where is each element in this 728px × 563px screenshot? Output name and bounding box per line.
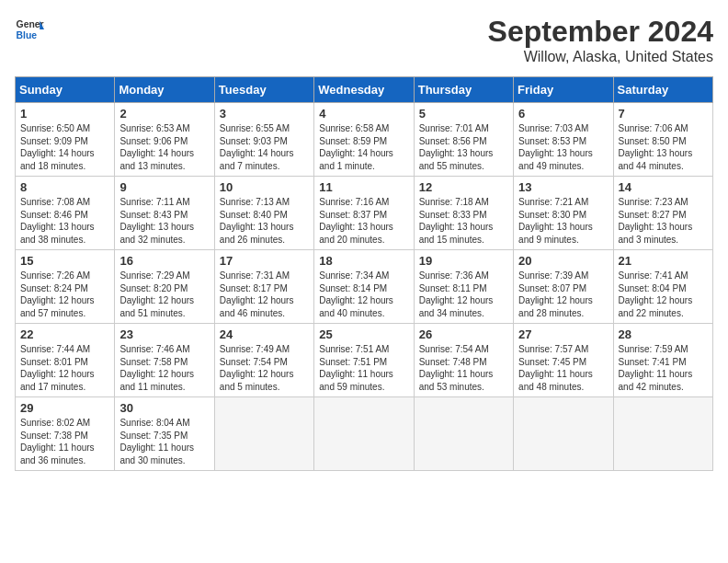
day-info: Sunrise: 7:51 AM Sunset: 7:51 PM Dayligh… xyxy=(319,343,408,393)
day-number: 14 xyxy=(619,180,708,194)
day-number: 24 xyxy=(220,327,309,341)
calendar-cell: 3Sunrise: 6:55 AM Sunset: 9:03 PM Daylig… xyxy=(214,103,313,177)
calendar-cell: 17Sunrise: 7:31 AM Sunset: 8:17 PM Dayli… xyxy=(214,250,313,324)
calendar-cell: 4Sunrise: 6:58 AM Sunset: 8:59 PM Daylig… xyxy=(314,103,414,177)
calendar-cell: 5Sunrise: 7:01 AM Sunset: 8:56 PM Daylig… xyxy=(414,103,513,177)
day-info: Sunrise: 7:39 AM Sunset: 8:07 PM Dayligh… xyxy=(518,270,608,319)
calendar-cell xyxy=(314,397,414,471)
day-number: 20 xyxy=(518,254,608,268)
calendar-cell: 25Sunrise: 7:51 AM Sunset: 7:51 PM Dayli… xyxy=(314,324,414,397)
day-number: 18 xyxy=(319,254,408,268)
day-info: Sunrise: 7:26 AM Sunset: 8:24 PM Dayligh… xyxy=(20,270,109,319)
column-header-friday: Friday xyxy=(514,77,613,103)
calendar-cell xyxy=(414,397,513,471)
day-number: 1 xyxy=(20,107,109,121)
day-number: 7 xyxy=(619,107,708,121)
day-info: Sunrise: 7:03 AM Sunset: 8:53 PM Dayligh… xyxy=(518,122,608,172)
day-number: 5 xyxy=(419,107,508,121)
day-info: Sunrise: 7:59 AM Sunset: 7:41 PM Dayligh… xyxy=(619,343,708,393)
page-subtitle: Willow, Alaska, United States xyxy=(488,49,713,65)
day-number: 19 xyxy=(419,254,508,268)
day-info: Sunrise: 8:04 AM Sunset: 7:35 PM Dayligh… xyxy=(119,417,209,466)
day-info: Sunrise: 7:44 AM Sunset: 8:01 PM Dayligh… xyxy=(20,343,109,393)
day-info: Sunrise: 7:57 AM Sunset: 7:45 PM Dayligh… xyxy=(518,343,608,393)
day-number: 23 xyxy=(119,327,209,341)
day-number: 9 xyxy=(119,180,209,194)
day-number: 12 xyxy=(419,180,508,194)
day-info: Sunrise: 7:11 AM Sunset: 8:43 PM Dayligh… xyxy=(119,196,209,246)
day-info: Sunrise: 7:13 AM Sunset: 8:40 PM Dayligh… xyxy=(220,196,309,246)
calendar-header-row: SundayMondayTuesdayWednesdayThursdayFrid… xyxy=(16,77,713,103)
calendar-cell: 26Sunrise: 7:54 AM Sunset: 7:48 PM Dayli… xyxy=(414,324,513,397)
column-header-sunday: Sunday xyxy=(16,77,115,103)
calendar-cell: 28Sunrise: 7:59 AM Sunset: 7:41 PM Dayli… xyxy=(613,324,712,397)
calendar-cell: 21Sunrise: 7:41 AM Sunset: 8:04 PM Dayli… xyxy=(613,250,712,324)
column-header-tuesday: Tuesday xyxy=(214,77,313,103)
calendar-week-row: 29Sunrise: 8:02 AM Sunset: 7:38 PM Dayli… xyxy=(16,397,713,471)
day-info: Sunrise: 7:08 AM Sunset: 8:46 PM Dayligh… xyxy=(20,196,109,246)
column-header-saturday: Saturday xyxy=(613,77,712,103)
calendar-week-row: 15Sunrise: 7:26 AM Sunset: 8:24 PM Dayli… xyxy=(16,250,713,324)
calendar-cell: 14Sunrise: 7:23 AM Sunset: 8:27 PM Dayli… xyxy=(613,177,712,250)
day-number: 13 xyxy=(518,180,608,194)
day-number: 4 xyxy=(319,107,408,121)
day-info: Sunrise: 7:46 AM Sunset: 7:58 PM Dayligh… xyxy=(119,343,209,393)
calendar-cell: 19Sunrise: 7:36 AM Sunset: 8:11 PM Dayli… xyxy=(414,250,513,324)
column-header-monday: Monday xyxy=(115,77,214,103)
day-number: 10 xyxy=(220,180,309,194)
logo-icon: General Blue xyxy=(15,15,44,44)
page-title: September 2024 xyxy=(488,15,713,49)
column-header-wednesday: Wednesday xyxy=(314,77,414,103)
day-info: Sunrise: 7:16 AM Sunset: 8:37 PM Dayligh… xyxy=(319,196,408,246)
calendar-cell: 16Sunrise: 7:29 AM Sunset: 8:20 PM Dayli… xyxy=(115,250,214,324)
day-info: Sunrise: 6:53 AM Sunset: 9:06 PM Dayligh… xyxy=(119,122,209,172)
calendar-cell: 29Sunrise: 8:02 AM Sunset: 7:38 PM Dayli… xyxy=(16,397,115,471)
calendar-cell xyxy=(613,397,712,471)
calendar-cell: 13Sunrise: 7:21 AM Sunset: 8:30 PM Dayli… xyxy=(514,177,613,250)
day-info: Sunrise: 6:55 AM Sunset: 9:03 PM Dayligh… xyxy=(220,122,309,172)
day-number: 11 xyxy=(319,180,408,194)
day-number: 16 xyxy=(119,254,209,268)
calendar-cell: 12Sunrise: 7:18 AM Sunset: 8:33 PM Dayli… xyxy=(414,177,513,250)
day-info: Sunrise: 7:01 AM Sunset: 8:56 PM Dayligh… xyxy=(419,122,508,172)
day-number: 30 xyxy=(119,401,209,415)
calendar-week-row: 22Sunrise: 7:44 AM Sunset: 8:01 PM Dayli… xyxy=(16,324,713,397)
day-number: 15 xyxy=(20,254,109,268)
calendar-cell xyxy=(214,397,313,471)
day-info: Sunrise: 7:54 AM Sunset: 7:48 PM Dayligh… xyxy=(419,343,508,393)
calendar-cell: 30Sunrise: 8:04 AM Sunset: 7:35 PM Dayli… xyxy=(115,397,214,471)
day-info: Sunrise: 7:21 AM Sunset: 8:30 PM Dayligh… xyxy=(518,196,608,246)
calendar-cell: 18Sunrise: 7:34 AM Sunset: 8:14 PM Dayli… xyxy=(314,250,414,324)
calendar-cell: 10Sunrise: 7:13 AM Sunset: 8:40 PM Dayli… xyxy=(214,177,313,250)
day-number: 3 xyxy=(220,107,309,121)
calendar-cell: 1Sunrise: 6:50 AM Sunset: 9:09 PM Daylig… xyxy=(16,103,115,177)
day-number: 28 xyxy=(619,327,708,341)
calendar-cell: 24Sunrise: 7:49 AM Sunset: 7:54 PM Dayli… xyxy=(214,324,313,397)
calendar-cell: 7Sunrise: 7:06 AM Sunset: 8:50 PM Daylig… xyxy=(613,103,712,177)
page-header: General Blue September 2024 Willow, Alas… xyxy=(15,15,713,65)
day-info: Sunrise: 7:36 AM Sunset: 8:11 PM Dayligh… xyxy=(419,270,508,319)
day-number: 26 xyxy=(419,327,508,341)
svg-text:Blue: Blue xyxy=(17,30,38,40)
calendar-cell: 23Sunrise: 7:46 AM Sunset: 7:58 PM Dayli… xyxy=(115,324,214,397)
calendar-week-row: 1Sunrise: 6:50 AM Sunset: 9:09 PM Daylig… xyxy=(16,103,713,177)
calendar-cell: 27Sunrise: 7:57 AM Sunset: 7:45 PM Dayli… xyxy=(514,324,613,397)
day-number: 21 xyxy=(619,254,708,268)
day-number: 25 xyxy=(319,327,408,341)
day-info: Sunrise: 7:18 AM Sunset: 8:33 PM Dayligh… xyxy=(419,196,508,246)
calendar-cell: 9Sunrise: 7:11 AM Sunset: 8:43 PM Daylig… xyxy=(115,177,214,250)
day-number: 22 xyxy=(20,327,109,341)
calendar-week-row: 8Sunrise: 7:08 AM Sunset: 8:46 PM Daylig… xyxy=(16,177,713,250)
day-number: 29 xyxy=(20,401,109,415)
day-info: Sunrise: 7:49 AM Sunset: 7:54 PM Dayligh… xyxy=(220,343,309,393)
day-info: Sunrise: 7:06 AM Sunset: 8:50 PM Dayligh… xyxy=(619,122,708,172)
logo: General Blue xyxy=(15,15,44,44)
calendar-cell: 15Sunrise: 7:26 AM Sunset: 8:24 PM Dayli… xyxy=(16,250,115,324)
day-info: Sunrise: 7:31 AM Sunset: 8:17 PM Dayligh… xyxy=(220,270,309,319)
day-info: Sunrise: 8:02 AM Sunset: 7:38 PM Dayligh… xyxy=(20,417,109,466)
day-info: Sunrise: 6:50 AM Sunset: 9:09 PM Dayligh… xyxy=(20,122,109,172)
day-number: 6 xyxy=(518,107,608,121)
day-info: Sunrise: 7:29 AM Sunset: 8:20 PM Dayligh… xyxy=(119,270,209,319)
title-block: September 2024 Willow, Alaska, United St… xyxy=(488,15,713,65)
calendar-cell: 22Sunrise: 7:44 AM Sunset: 8:01 PM Dayli… xyxy=(16,324,115,397)
